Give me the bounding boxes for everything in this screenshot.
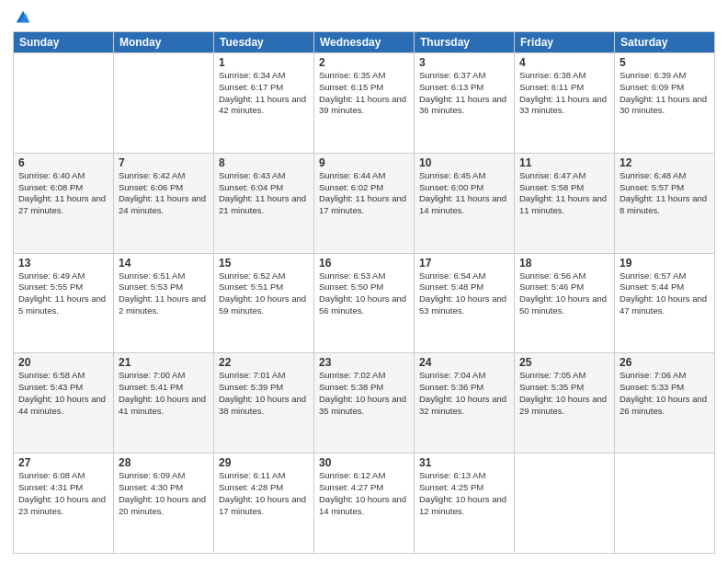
day-number-2: 2 <box>319 56 409 69</box>
day-cell-24: 24Sunrise: 7:04 AM Sunset: 5:36 PM Dayli… <box>415 353 515 454</box>
day-info-11: Sunrise: 6:47 AM Sunset: 5:58 PM Dayligh… <box>519 170 609 217</box>
day-info-16: Sunrise: 6:53 AM Sunset: 5:50 PM Dayligh… <box>319 270 409 317</box>
day-number-1: 1 <box>219 56 309 69</box>
day-cell-21: 21Sunrise: 7:00 AM Sunset: 5:41 PM Dayli… <box>114 353 214 454</box>
day-cell-27: 27Sunrise: 6:08 AM Sunset: 4:31 PM Dayli… <box>14 454 114 554</box>
day-cell-8: 8Sunrise: 6:43 AM Sunset: 6:04 PM Daylig… <box>214 153 314 253</box>
day-number-28: 28 <box>119 456 209 469</box>
day-number-8: 8 <box>219 156 309 169</box>
day-cell-30: 30Sunrise: 6:12 AM Sunset: 4:27 PM Dayli… <box>314 454 415 554</box>
day-info-13: Sunrise: 6:49 AM Sunset: 5:55 PM Dayligh… <box>18 270 108 317</box>
day-number-26: 26 <box>620 356 710 369</box>
day-cell-10: 10Sunrise: 6:45 AM Sunset: 6:00 PM Dayli… <box>415 153 515 253</box>
day-info-17: Sunrise: 6:54 AM Sunset: 5:48 PM Dayligh… <box>419 270 509 317</box>
week-row-1: 1Sunrise: 6:34 AM Sunset: 6:17 PM Daylig… <box>14 53 715 154</box>
col-header-thursday: Thursday <box>415 32 515 53</box>
day-number-13: 13 <box>18 257 108 270</box>
day-info-7: Sunrise: 6:42 AM Sunset: 6:06 PM Dayligh… <box>119 170 209 217</box>
day-number-3: 3 <box>419 56 509 69</box>
day-info-8: Sunrise: 6:43 AM Sunset: 6:04 PM Dayligh… <box>219 170 309 217</box>
day-cell-14: 14Sunrise: 6:51 AM Sunset: 5:53 PM Dayli… <box>114 253 214 353</box>
day-info-18: Sunrise: 6:56 AM Sunset: 5:46 PM Dayligh… <box>519 270 609 317</box>
day-info-9: Sunrise: 6:44 AM Sunset: 6:02 PM Dayligh… <box>319 170 409 217</box>
empty-cell <box>114 53 214 154</box>
day-info-28: Sunrise: 6:09 AM Sunset: 4:30 PM Dayligh… <box>119 470 209 517</box>
day-cell-15: 15Sunrise: 6:52 AM Sunset: 5:51 PM Dayli… <box>214 253 314 353</box>
day-cell-13: 13Sunrise: 6:49 AM Sunset: 5:55 PM Dayli… <box>14 253 114 353</box>
day-info-30: Sunrise: 6:12 AM Sunset: 4:27 PM Dayligh… <box>319 470 409 517</box>
day-number-9: 9 <box>319 156 409 169</box>
day-info-3: Sunrise: 6:37 AM Sunset: 6:13 PM Dayligh… <box>419 70 509 117</box>
day-cell-6: 6Sunrise: 6:40 AM Sunset: 6:08 PM Daylig… <box>14 153 114 253</box>
day-number-22: 22 <box>219 356 309 369</box>
week-row-2: 6Sunrise: 6:40 AM Sunset: 6:08 PM Daylig… <box>14 153 715 253</box>
col-header-saturday: Saturday <box>615 32 715 53</box>
day-info-20: Sunrise: 6:58 AM Sunset: 5:43 PM Dayligh… <box>18 370 108 417</box>
empty-cell <box>615 454 715 554</box>
header <box>13 9 715 26</box>
day-number-31: 31 <box>419 456 509 469</box>
day-number-24: 24 <box>419 356 509 369</box>
calendar-table: SundayMondayTuesdayWednesdayThursdayFrid… <box>13 31 715 554</box>
day-cell-31: 31Sunrise: 6:13 AM Sunset: 4:25 PM Dayli… <box>415 454 515 554</box>
day-info-25: Sunrise: 7:05 AM Sunset: 5:35 PM Dayligh… <box>519 370 609 417</box>
day-cell-18: 18Sunrise: 6:56 AM Sunset: 5:46 PM Dayli… <box>515 253 615 353</box>
day-cell-28: 28Sunrise: 6:09 AM Sunset: 4:30 PM Dayli… <box>114 454 214 554</box>
day-info-26: Sunrise: 7:06 AM Sunset: 5:33 PM Dayligh… <box>620 370 710 417</box>
day-cell-29: 29Sunrise: 6:11 AM Sunset: 4:28 PM Dayli… <box>214 454 314 554</box>
day-number-20: 20 <box>18 356 108 369</box>
day-cell-7: 7Sunrise: 6:42 AM Sunset: 6:06 PM Daylig… <box>114 153 214 253</box>
day-cell-2: 2Sunrise: 6:35 AM Sunset: 6:15 PM Daylig… <box>314 53 415 154</box>
col-header-tuesday: Tuesday <box>214 32 314 53</box>
day-number-6: 6 <box>18 156 108 169</box>
day-info-23: Sunrise: 7:02 AM Sunset: 5:38 PM Dayligh… <box>319 370 409 417</box>
day-info-5: Sunrise: 6:39 AM Sunset: 6:09 PM Dayligh… <box>620 70 710 117</box>
day-number-27: 27 <box>18 456 108 469</box>
day-number-18: 18 <box>519 257 609 270</box>
day-number-21: 21 <box>119 356 209 369</box>
day-number-19: 19 <box>620 257 710 270</box>
day-info-10: Sunrise: 6:45 AM Sunset: 6:00 PM Dayligh… <box>419 170 509 217</box>
week-row-5: 27Sunrise: 6:08 AM Sunset: 4:31 PM Dayli… <box>14 454 715 554</box>
day-number-14: 14 <box>119 257 209 270</box>
day-cell-4: 4Sunrise: 6:38 AM Sunset: 6:11 PM Daylig… <box>515 53 615 154</box>
day-cell-11: 11Sunrise: 6:47 AM Sunset: 5:58 PM Dayli… <box>515 153 615 253</box>
day-info-24: Sunrise: 7:04 AM Sunset: 5:36 PM Dayligh… <box>419 370 509 417</box>
day-number-15: 15 <box>219 257 309 270</box>
day-number-16: 16 <box>319 257 409 270</box>
logo <box>13 9 31 26</box>
day-info-15: Sunrise: 6:52 AM Sunset: 5:51 PM Dayligh… <box>219 270 309 317</box>
day-info-1: Sunrise: 6:34 AM Sunset: 6:17 PM Dayligh… <box>219 70 309 117</box>
day-info-2: Sunrise: 6:35 AM Sunset: 6:15 PM Dayligh… <box>319 70 409 117</box>
day-info-4: Sunrise: 6:38 AM Sunset: 6:11 PM Dayligh… <box>519 70 609 117</box>
day-cell-9: 9Sunrise: 6:44 AM Sunset: 6:02 PM Daylig… <box>314 153 415 253</box>
day-cell-19: 19Sunrise: 6:57 AM Sunset: 5:44 PM Dayli… <box>615 253 715 353</box>
day-number-29: 29 <box>219 456 309 469</box>
day-cell-22: 22Sunrise: 7:01 AM Sunset: 5:39 PM Dayli… <box>214 353 314 454</box>
col-header-wednesday: Wednesday <box>314 32 415 53</box>
day-cell-1: 1Sunrise: 6:34 AM Sunset: 6:17 PM Daylig… <box>214 53 314 154</box>
day-cell-17: 17Sunrise: 6:54 AM Sunset: 5:48 PM Dayli… <box>415 253 515 353</box>
logo-icon <box>15 9 31 26</box>
day-number-5: 5 <box>620 56 710 69</box>
empty-cell <box>14 53 114 154</box>
day-info-6: Sunrise: 6:40 AM Sunset: 6:08 PM Dayligh… <box>18 170 108 217</box>
day-number-10: 10 <box>419 156 509 169</box>
col-header-sunday: Sunday <box>14 32 114 53</box>
day-cell-16: 16Sunrise: 6:53 AM Sunset: 5:50 PM Dayli… <box>314 253 415 353</box>
day-cell-5: 5Sunrise: 6:39 AM Sunset: 6:09 PM Daylig… <box>615 53 715 154</box>
header-row: SundayMondayTuesdayWednesdayThursdayFrid… <box>14 32 715 53</box>
day-cell-12: 12Sunrise: 6:48 AM Sunset: 5:57 PM Dayli… <box>615 153 715 253</box>
day-info-22: Sunrise: 7:01 AM Sunset: 5:39 PM Dayligh… <box>219 370 309 417</box>
day-cell-3: 3Sunrise: 6:37 AM Sunset: 6:13 PM Daylig… <box>415 53 515 154</box>
page: SundayMondayTuesdayWednesdayThursdayFrid… <box>0 0 728 563</box>
day-cell-26: 26Sunrise: 7:06 AM Sunset: 5:33 PM Dayli… <box>615 353 715 454</box>
day-info-21: Sunrise: 7:00 AM Sunset: 5:41 PM Dayligh… <box>119 370 209 417</box>
day-info-27: Sunrise: 6:08 AM Sunset: 4:31 PM Dayligh… <box>18 470 108 517</box>
day-info-14: Sunrise: 6:51 AM Sunset: 5:53 PM Dayligh… <box>119 270 209 317</box>
day-cell-25: 25Sunrise: 7:05 AM Sunset: 5:35 PM Dayli… <box>515 353 615 454</box>
day-number-11: 11 <box>519 156 609 169</box>
day-number-23: 23 <box>319 356 409 369</box>
day-info-19: Sunrise: 6:57 AM Sunset: 5:44 PM Dayligh… <box>620 270 710 317</box>
day-number-17: 17 <box>419 257 509 270</box>
